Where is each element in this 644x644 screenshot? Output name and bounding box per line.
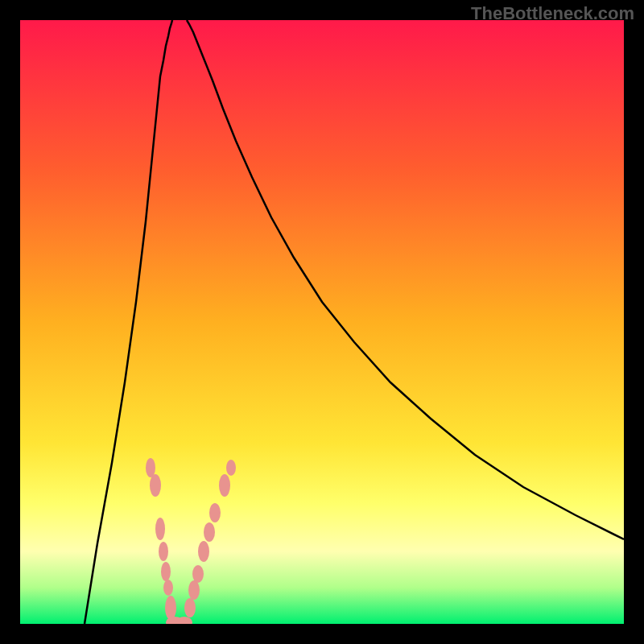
data-marker	[204, 522, 215, 542]
data-marker	[192, 565, 204, 583]
data-marker	[165, 596, 176, 620]
data-marker	[163, 580, 173, 596]
data-marker	[209, 503, 221, 522]
data-marker	[226, 460, 236, 476]
data-marker	[188, 580, 200, 600]
data-marker	[184, 598, 196, 617]
data-marker	[219, 474, 230, 497]
data-marker	[150, 474, 161, 497]
chart-svg	[20, 20, 624, 624]
data-marker	[146, 458, 155, 477]
watermark-text: TheBottleneck.com	[471, 3, 634, 24]
data-marker	[198, 541, 209, 562]
data-marker	[161, 562, 171, 581]
chart-container	[20, 20, 624, 624]
data-marker	[155, 518, 165, 540]
data-marker	[159, 542, 168, 561]
chart-background	[20, 20, 624, 624]
